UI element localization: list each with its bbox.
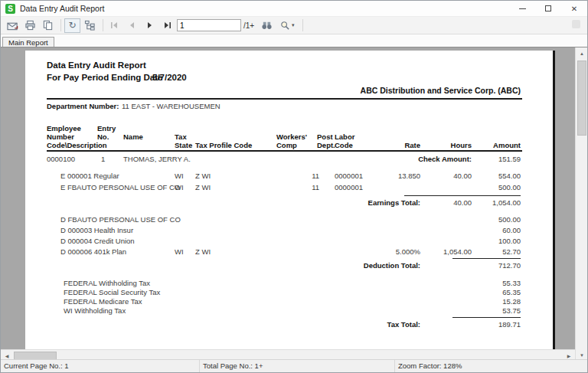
tax-amount: 15.28: [452, 297, 521, 306]
tax-desc: FEDERAL Withholding Tax: [64, 279, 150, 287]
last-page-icon: [163, 21, 172, 29]
deduction-desc: D 000003 Health Insur: [60, 226, 133, 234]
report-title: Data Entry Audit Report: [47, 61, 146, 70]
deduction-row: D 000006 401k Plan WI Z WI 5.000% 1,054.…: [25, 247, 553, 257]
close-icon: ✕: [571, 5, 577, 13]
page-number-input[interactable]: [177, 19, 241, 31]
refresh-icon: ↻: [68, 21, 76, 29]
earning-tax-state: WI: [175, 172, 184, 180]
copy-button[interactable]: [40, 18, 56, 33]
tax-total-amount: 189.71: [452, 317, 521, 329]
window-title: Data Entry Audit Report: [20, 4, 104, 13]
total-pages-label: /1+: [243, 21, 254, 30]
toolbar-separator: [302, 19, 303, 31]
earning-desc: E FBAUTO PERSONAL USE OF CO: [60, 183, 180, 191]
tax-desc: WI Withholding Tax: [64, 306, 126, 315]
col-entry: Entry: [97, 124, 116, 133]
earning-tax-state: WI: [175, 183, 184, 191]
vertical-scrollbar-thumb[interactable]: [577, 61, 586, 136]
earning-post-dept: 11: [295, 183, 319, 191]
close-button[interactable]: ✕: [561, 1, 587, 16]
deduction-row: D 000004 Credit Union 100.00: [25, 237, 553, 246]
col-entry-no: No.: [97, 133, 109, 141]
refresh-button[interactable]: ↻: [64, 18, 80, 33]
column-header-row-3: Code\Description State Tax Profile Code …: [25, 141, 553, 150]
department-value: 11 EAST - WAREHOUSEMEN: [122, 102, 220, 110]
copy-icon: [42, 20, 54, 31]
sage-app-icon: S: [5, 4, 15, 14]
tax-amount: 65.35: [452, 288, 521, 296]
deduction-amount: 52.70: [452, 247, 521, 256]
status-total-page: Total Page No.: 1+: [200, 360, 395, 372]
find-button[interactable]: [259, 18, 275, 33]
toolbar-separator: [60, 19, 61, 31]
title-bar[interactable]: S Data Entry Audit Report ✕: [1, 1, 587, 17]
deduction-desc: D 000006 401k Plan: [60, 247, 126, 256]
report-page: Data Entry Audit Report For Pay Period E…: [25, 51, 553, 361]
tax-desc: FEDERAL Medicare Tax: [64, 297, 142, 306]
earning-tax-profile: Z WI: [195, 172, 211, 180]
deduction-row: D FBAUTO PERSONAL USE OF CO 500.00: [25, 215, 553, 224]
report-viewer-window: S Data Entry Audit Report ✕: [0, 0, 588, 373]
print-icon: [24, 20, 36, 31]
deduction-total-amount: 712.70: [452, 258, 521, 270]
earning-desc: E 000001 Regular: [60, 172, 119, 180]
group-tree-button[interactable]: [82, 18, 98, 33]
report-period-date: 5/7/2020: [152, 73, 187, 82]
tax-amount: 55.33: [452, 279, 521, 287]
export-button[interactable]: [5, 18, 21, 33]
company-line: ABC Distribution and Service Corp. (ABC): [25, 86, 553, 95]
deduction-amount: 60.00: [452, 226, 521, 234]
group-tree-icon: [84, 20, 96, 31]
next-page-button[interactable]: [142, 18, 158, 33]
previous-page-button[interactable]: [124, 18, 140, 33]
tax-total-label: Tax Total:: [351, 320, 420, 329]
earning-amount: 554.00: [452, 172, 521, 180]
earnings-total-amount: 1,054.00: [452, 195, 521, 207]
check-amount-value: 151.59: [452, 155, 521, 163]
col-tax-profile: Tax Profile Code: [195, 141, 252, 149]
deduction-row: D 000003 Health Insur 60.00: [25, 226, 553, 235]
print-button[interactable]: [22, 18, 38, 33]
viewer-logo-icon: [572, 20, 580, 28]
col-number: Number: [47, 133, 74, 141]
chevron-down-icon: ▾: [292, 22, 295, 28]
zoom-button[interactable]: ▾: [276, 18, 298, 33]
deduction-amount: 500.00: [452, 215, 521, 224]
department-label: Department Number:: [47, 102, 119, 110]
tax-desc: FEDERAL Social Security Tax: [64, 288, 160, 296]
deduction-tax-profile: Z WI: [195, 247, 211, 256]
minimize-icon: [519, 8, 526, 9]
tab-row: Main Report: [1, 34, 587, 47]
col-post: Post: [317, 133, 333, 141]
find-icon: [261, 21, 273, 30]
scroll-up-icon[interactable]: ▲: [576, 47, 587, 59]
status-current-page: Current Page No.: 1: [1, 360, 200, 372]
earning-tax-profile: Z WI: [195, 183, 211, 191]
col-code-description: Code\Description: [47, 141, 107, 149]
deduction-amount: 100.00: [452, 237, 521, 245]
tax-row: WI Withholding Tax 53.75: [25, 306, 553, 316]
col-amount: Amount: [452, 141, 521, 149]
minimize-button[interactable]: [509, 1, 535, 16]
tax-total-row: Tax Total: 189.71: [25, 320, 553, 329]
employee-entry-no: 1: [101, 155, 105, 163]
vertical-scrollbar[interactable]: ▲ ▼: [575, 47, 587, 361]
status-zoom-factor: Zoom Factor: 128%: [395, 360, 587, 372]
zoom-icon: [280, 21, 290, 31]
employee-number: 0000100: [47, 155, 75, 163]
report-viewport: Data Entry Audit Report For Pay Period E…: [1, 47, 587, 361]
last-page-button[interactable]: [159, 18, 175, 33]
maximize-button[interactable]: [535, 1, 561, 16]
column-header-underline: [47, 150, 522, 152]
header-rule: [47, 98, 522, 100]
deduction-total-label: Deduction Total:: [351, 261, 420, 270]
previous-page-icon: [128, 21, 136, 29]
col-employee: Employee: [47, 124, 81, 133]
col-comp: Comp: [276, 141, 297, 149]
report-subtitle-line: For Pay Period Ending Date 5/7/2020: [25, 73, 553, 82]
company-name: ABC Distribution and Service Corp. (ABC): [255, 86, 521, 95]
first-page-button[interactable]: [106, 18, 122, 33]
deduction-desc: D FBAUTO PERSONAL USE OF CO: [60, 215, 181, 224]
department-line: Department Number: 11 EAST - WAREHOUSEME…: [25, 102, 553, 111]
